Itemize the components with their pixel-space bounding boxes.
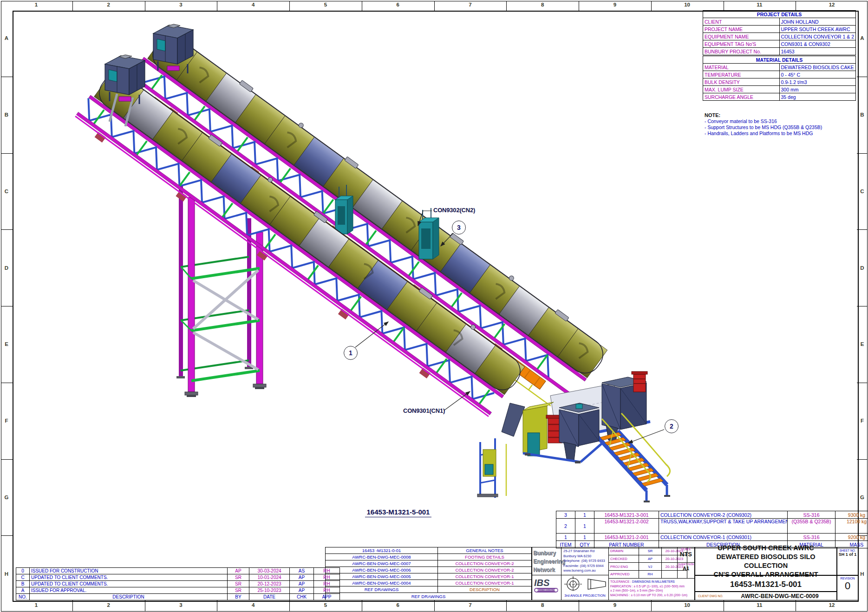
- tr-element: CHECKED AP 20-10-2023: [609, 555, 687, 563]
- scale-cell: SCALE NTS: [677, 547, 695, 563]
- approval-role: PROJ ENG: [609, 563, 639, 571]
- tbody-element: 0 ISSUED FOR CONSTRUCTION AP 30-03-2024 …: [16, 568, 340, 600]
- note-title: NOTE:: [705, 112, 858, 118]
- revision-table: 0 ISSUED FOR CONSTRUCTION AP 30-03-2024 …: [16, 567, 340, 600]
- ibs-subtitle: BULK HANDLING PTY LTD: [538, 589, 561, 591]
- label-con9302: CON9302(CN2): [433, 207, 475, 214]
- tr-element: EQUIPMENT NAMECOLLECTION CONVEYOR 1 & 2: [703, 33, 856, 40]
- address-line: Telephone: (08) 9725 6933: [563, 559, 607, 564]
- view-drawing-number: 16453-M1321-5-001: [353, 508, 444, 516]
- tr-element: AWRC-BEN-DWG-MEC-0005COLLECTION CONVEYOR…: [326, 573, 532, 580]
- ref-desc: COLLECTION CONVEYOR-1: [438, 573, 532, 580]
- notes-block: NOTE: - Conveyor material to be SS-316 -…: [705, 112, 858, 137]
- ref-number: AWRC-BEN-DWG-MEC-0005: [326, 573, 438, 580]
- rect-element: [167, 66, 179, 71]
- rev-date: 20-12-2023: [249, 581, 290, 587]
- polygon-element: [502, 403, 525, 436]
- bom-cell: SS-316: [788, 534, 835, 541]
- address-line: www.buneng.com.au: [563, 568, 607, 573]
- div-element: TOLERANCE : DIMENSIONS IN MILLIMETERS: [610, 579, 693, 584]
- bom-cell: 9200 kg: [835, 534, 868, 541]
- polygon-element: [564, 442, 576, 461]
- rev-app: RH: [314, 587, 340, 594]
- tbody-element: DRAWN SR 20-10-2023 CHECKED AP 20-10-202…: [609, 547, 687, 579]
- g-element: [564, 576, 606, 592]
- note-line: - Conveyor material to be SS-316: [705, 118, 858, 124]
- bom-cell: (Q355B & Q235B): [788, 519, 835, 534]
- tr-element: BULK DENSITY0.9-1.2 t/m3: [703, 78, 856, 86]
- span-element: 16453-M1321-5-001: [365, 508, 432, 517]
- note-line: - Support Structures to be MS HDG (Q355B…: [705, 124, 858, 130]
- bom-cell: 9300 kg: [835, 511, 868, 519]
- tbody-element: MATERIAL DETAILS MATERIALDEWATERED BIOSO…: [703, 56, 856, 101]
- company-name-line: Bunbury: [533, 549, 557, 557]
- rect-element: [575, 461, 581, 463]
- tr-element: NO. DESCRIPTION BY DATE CHK APP: [16, 594, 340, 600]
- tr-element: 0 ISSUED FOR CONSTRUCTION AP 30-03-2024 …: [16, 568, 340, 574]
- projection-cell: 3rd ANGLE PROJECTION: [561, 575, 609, 600]
- tr-element: MAX. LUMP SIZE300 mm: [703, 86, 856, 93]
- rect-element: [525, 453, 530, 456]
- rev-app: RH: [314, 581, 340, 587]
- line-element: [191, 371, 260, 381]
- bom-cell: 16453-M1321-2-002: [594, 519, 659, 534]
- drawing-title: UPPER SOUTH CREEK AWRC DEWATERED BIOSOLI…: [695, 547, 837, 575]
- tr-element: AWRC-BEN-DWG-MEC-0007COLLECTION CONVEYOR…: [326, 560, 532, 567]
- polygon-element: [109, 70, 117, 82]
- client-dwg-no-cell: CLIENT DWG NO. AWRC-BEN-DWG-MEC-0009: [695, 592, 837, 600]
- row-label: BULK DENSITY: [703, 78, 780, 86]
- row-value: UPPER SOUTH CREEK AWRC: [779, 26, 856, 33]
- table-title: PROJECT DETAILS: [703, 11, 856, 18]
- rect-element: [485, 464, 493, 475]
- tr-element: APPROVED RH: [609, 571, 687, 579]
- tr-element: PROJ ENG VJ 20-10-2023: [609, 563, 687, 571]
- client-dwg-no-label: CLIENT DWG NO.: [698, 594, 723, 598]
- ben-drawing-no: 16453-M1321-5-001: [695, 580, 836, 589]
- tr-element: AWRC-BEN-DWG-MEC-0004COLLECTION CONVEYOR…: [326, 580, 532, 586]
- company-name-line: Engineering: [533, 557, 557, 566]
- ref-number: AWRC-BEN-DWG-MEC-0007: [326, 560, 438, 567]
- rect-element: [253, 384, 266, 387]
- rev-app: RH: [314, 568, 340, 574]
- bom-cell: 1: [575, 511, 594, 519]
- tr-element: AWRC-BEN-DWG-MEC-0006COLLECTION CONVEYOR…: [326, 567, 532, 573]
- tr-element: AWRC-BEN-DWG-MEC-0008FOOTING DETAILS: [326, 554, 532, 560]
- rev-header: NO.: [16, 594, 30, 600]
- rev-desc: ISSUED FOR APPROVAL.: [30, 587, 228, 594]
- ben-drawing-no-cell: BEN DRAWING NO. 16453-M1321-5-001: [695, 575, 837, 592]
- ref-desc: GENERAL NOTES: [438, 547, 532, 554]
- ref-number: AWRC-BEN-DWG-MEC-0008: [326, 554, 438, 560]
- tr-element: MATERIAL DETAILS: [703, 56, 856, 64]
- bom-cell: 2: [556, 519, 575, 534]
- address-line: Facsimile: (08) 9725 6944: [563, 564, 607, 569]
- tr-element: SURCHARGE ANGLE35 deg: [703, 93, 856, 101]
- rect-element: [477, 494, 498, 497]
- approval-initials: VJ: [639, 563, 662, 571]
- rect-element: [179, 185, 183, 376]
- bom-cell: COLLECTION CONVEYOR-1 (CON9301): [659, 534, 788, 541]
- project-details-table: PROJECT DETAILS CLIENTJOHN HOLLAND PROJE…: [703, 10, 856, 55]
- polygon-element: [433, 218, 439, 259]
- rect-element: [255, 387, 264, 389]
- detail-balloon-1: 1: [344, 346, 358, 360]
- approval-role: CHECKED: [609, 555, 639, 563]
- rev-date: 10-01-2024: [249, 574, 290, 581]
- address-line: 25-27 Shanahan Rd: [563, 549, 607, 554]
- tr-element: A ISSUED FOR APPROVAL. SR 25-10-2023 AP …: [16, 587, 340, 594]
- scale-value: NTS: [678, 551, 694, 558]
- rect-element: [644, 501, 650, 502]
- ibs-logo: IBS BULK HANDLING PTY LTD: [532, 575, 561, 600]
- ref-desc: FOOTING DETAILS: [438, 554, 532, 560]
- ibs-logo-text: IBS: [534, 578, 559, 587]
- line-element: [581, 443, 602, 462]
- rev-chk: AP: [290, 581, 314, 587]
- tr-element: REF DRAWINGSDESCRIPTION: [326, 586, 532, 593]
- ref-desc: COLLECTION CONVEYOR-2: [438, 567, 532, 573]
- rev-by: SR: [228, 587, 249, 594]
- rev-date: 30-03-2024: [249, 568, 290, 574]
- tbody-element: PROJECT DETAILS CLIENTJOHN HOLLAND PROJE…: [703, 11, 856, 55]
- row-value: 300 mm: [779, 86, 856, 93]
- tr-element: PROJECT DETAILS: [703, 11, 856, 18]
- detail-balloon-3: 3: [452, 221, 466, 234]
- client-dwg-no: AWRC-BEN-DWG-MEC-0009: [723, 593, 836, 599]
